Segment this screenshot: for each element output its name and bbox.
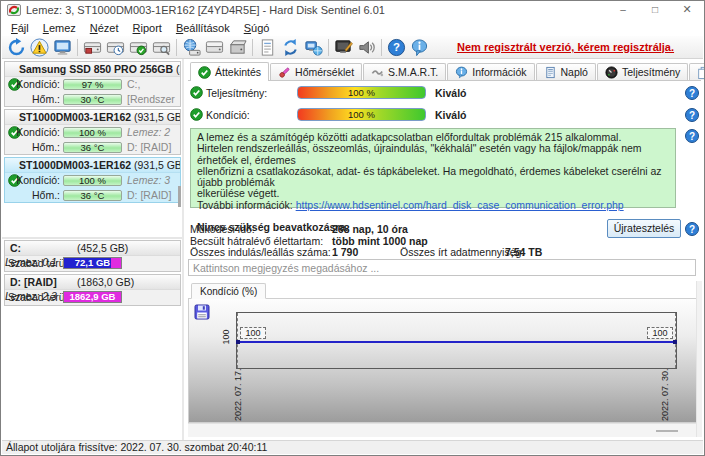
point-label-left: 100 [240,327,266,339]
menu-sugo[interactable]: Súgó [237,21,277,35]
chart-tab-strip: Kondíció (%) [188,283,700,299]
partition-item-d[interactable]: D: [RAID] (1863,0 GB) Szabad terület 186… [4,274,181,306]
condition-row: Kondíció: 100 % Kiváló [190,108,690,123]
thermometer-icon [278,66,291,79]
disk-item-3-selected[interactable]: ST1000DM003-1ER162 (931,5 GB) Kondíció: … [4,157,181,203]
menu-lemez[interactable]: Lemez [36,21,83,35]
status-bar: Állapot utoljára frissítve: 2022. 07. 30… [2,440,703,454]
tab-naplo[interactable]: Napló [536,63,596,80]
globe-disk-icon[interactable] [180,37,203,58]
menu-nezet[interactable]: Nézet [83,21,126,35]
tab-informaciok[interactable]: Információk [447,63,534,80]
start-stop-label: Összes indulás/leállás száma: [190,246,331,258]
sync-icon[interactable] [279,37,302,58]
sidebar-splitter[interactable] [2,237,182,239]
disk-reference: D: [RAID] [127,189,181,202]
sound-icon[interactable] [355,37,378,58]
monitor-edit-icon[interactable] [332,37,355,58]
minimize-button[interactable]: – [607,1,639,19]
app-window: Lemez: 3, ST1000DM003-1ER162 [Z4YD4R5E] … [0,0,705,456]
disk-temp-row: Hőm.: 36 °C D: [RAID] [5,141,180,155]
disk-item-2[interactable]: ST1000DM003-1ER162 (931,5 GB) Kondíció: … [4,109,181,155]
log-document-icon [544,66,557,79]
tab-teljesitmeny[interactable]: Teljesítmény [597,63,688,80]
start-stop-value: 1 790 [332,246,358,258]
power-on-value: 268 nap, 10 óra [332,223,408,235]
disk-item-1[interactable]: Samsung SSD 850 PRO 256GB (238,5 GB) Kon… [4,61,181,107]
temp-label: Hőm.: [5,189,60,202]
close-button[interactable]: ✕ [671,1,703,19]
menu-riport[interactable]: Riport [126,21,169,35]
unregistered-notice[interactable]: Nem regisztrált verzió, kérem regisztrál… [457,41,674,53]
disk-analyze-icon[interactable] [150,37,173,58]
message-link-line: További információk: https://www.hdsenti… [197,200,669,211]
info-balloon-icon [455,66,468,79]
help-icon[interactable]: ? [385,37,408,58]
network-icon[interactable] [302,37,325,58]
toolbar: ? Nem regisztrált verzió, kérem regisztr… [2,36,703,59]
temp-bar: 36 °C [63,142,122,153]
disk-test-icon[interactable] [81,37,104,58]
help-icon[interactable]: ? [685,222,699,236]
disk-reference: [Rendszer [127,93,181,106]
condition-rating: Kiváló [435,108,467,122]
disk-info-icon[interactable] [203,37,226,58]
partition-size: (1863,0 GB) [77,275,134,290]
disk-reference: C:, [127,78,181,91]
status-ok-icon [190,86,203,99]
report-icon[interactable] [256,37,279,58]
help-icon[interactable]: ? [685,129,699,143]
chart-bottom-strip [188,423,700,437]
tab-bar: Áttekintés Hőmérséklet S.M.A.R.T. Inform… [188,61,701,81]
disk-status-icon[interactable] [127,37,150,58]
retest-button[interactable]: Újratesztelés [607,219,681,238]
help-icon[interactable]: ? [685,86,699,100]
written-value: 7,54 TB [505,246,542,258]
partition-header: C: (452,5 GB) [5,241,180,256]
partition-size: (452,5 GB) [77,241,128,256]
maximize-button[interactable]: □ [639,1,671,19]
sidebar-scrollbar-thumb[interactable] [178,186,181,207]
smart-wave-icon [371,66,384,79]
disk-temp-row: Hőm.: 30 °C [Rendszer [5,93,180,107]
monitor-icon[interactable] [51,37,74,58]
tab-smart[interactable]: S.M.A.R.T. [363,63,446,80]
partition-free-row: Szabad terület 72,1 GB Lemez: 0,1 [5,256,180,271]
menu-beallitasok[interactable]: Beállítások [169,21,237,35]
temp-bar: 36 °C [63,190,122,201]
performance-label: Teljesítmény: [206,86,267,100]
partition-item-c[interactable]: C: (452,5 GB) Szabad terület 72,1 GB Lem… [4,240,181,272]
disk-schedule-icon[interactable] [104,37,127,58]
partition-header: D: [RAID] (1863,0 GB) [5,275,180,290]
save-chart-icon[interactable] [194,304,210,320]
partition-free-row: Szabad terület 1862,9 GB Lemez: 2,3 [5,290,180,305]
message-line: ellenőrizni a csatlakozásokat, adat- és … [197,166,669,189]
x-axis-label-left: 2022. 07. 17. [233,373,243,421]
performance-row: Teljesítmény: 100 % Kiváló [190,86,690,101]
x-axis-label-right: 2022. 07. 30. [660,373,670,421]
menu-fajl[interactable]: Fájl [4,21,36,35]
vertical-scrollbar-track[interactable] [696,281,702,437]
condition-bar: 100 % [63,127,122,138]
tab-homerseklet[interactable]: Hőmérséklet [270,63,362,80]
partition-name: D: [RAID] [10,275,57,290]
comment-input[interactable] [188,259,696,276]
disk-hardware-icon[interactable] [226,37,249,58]
help-icon[interactable]: ? [685,108,699,122]
tab-attekintes[interactable]: Áttekintés [190,62,269,81]
warning-icon[interactable] [28,37,51,58]
menu-bar: Fájl Lemez Nézet Riport Beállítások Súgó [2,19,703,36]
info-icon[interactable] [408,37,431,58]
lifetime-value: több mint 1000 nap [332,235,428,247]
condition-bar: 100 % [297,108,426,121]
disk-name: Samsung SSD 850 PRO 256GB (238,5 GB) [5,62,180,77]
refresh-icon[interactable] [5,37,28,58]
tab-figyelmeztetesek[interactable]: Figyelmeztetések [689,63,705,80]
content-pane: Áttekintés Hőmérséklet S.M.A.R.T. Inform… [186,59,703,440]
chart-tab-kondicio[interactable]: Kondíció (%) [191,283,266,299]
resize-grip[interactable] [656,430,678,432]
condition-label: Kondíció: [5,78,60,91]
toolbar-separator [77,39,78,56]
disk-name: ST1000DM003-1ER162 (931,5 GB) [5,158,180,173]
more-info-link[interactable]: https://www.hdsentinel.com/hard_disk_cas… [296,199,624,211]
